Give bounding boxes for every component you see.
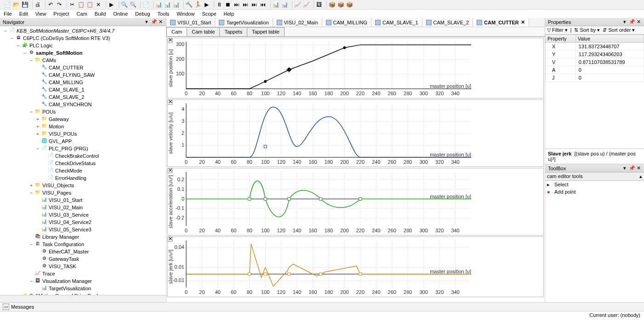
nav-minimize-icon[interactable]: ▾ <box>144 19 149 25</box>
menu-bar[interactable]: FileEditViewProjectCamBuildOnlineDebugTo… <box>0 10 644 18</box>
tree-item[interactable]: −📄PLC_PRG (PRG) <box>1 145 165 152</box>
menu-window[interactable]: Window <box>173 10 198 17</box>
props-minimize-icon[interactable]: ▾ <box>622 19 627 25</box>
tree-item[interactable]: −🧩PLC Logic <box>1 42 165 49</box>
tree-item[interactable]: 🔧CAM_SLAVE_1 <box>1 86 165 93</box>
tree-item[interactable]: −📁VISU_Pages <box>1 189 165 196</box>
doc-tab[interactable]: TargetVisualization <box>215 18 273 27</box>
props-row[interactable]: A0 <box>546 66 644 74</box>
tb-close-icon[interactable]: ✕ <box>636 165 641 171</box>
toolbox-item[interactable]: ●Add point <box>545 188 644 196</box>
tree-item[interactable]: 🔧CAM_FLYING_SAW <box>1 71 165 79</box>
tree-item[interactable]: 📊VISU_01_Start <box>1 196 165 204</box>
tree-item[interactable]: 🔧CAM_SLAVE_2 <box>1 93 165 101</box>
menu-online[interactable]: Online <box>109 10 131 17</box>
chart-2[interactable]: 0204060801001201401601802002202402602803… <box>167 168 544 236</box>
sortby-button[interactable]: ⇅ Sort by ▾ <box>574 27 600 33</box>
doc-tab[interactable]: VISU_02_Main <box>273 18 322 27</box>
tree-item[interactable]: 📚Library Manager <box>1 233 165 241</box>
chart-3[interactable]: 0204060801001201401601802002202402602803… <box>167 236 544 297</box>
tree-item[interactable]: −🖥C6PLC (CoDeSys SoftMotion RTE V3) <box>1 34 165 42</box>
nav-pin-icon[interactable]: 📌 <box>151 19 156 25</box>
props-row[interactable]: X131.83723448707 <box>546 43 644 51</box>
tree-item[interactable]: −📁POUs <box>1 108 165 115</box>
sub-tab[interactable]: Tappet table <box>247 27 285 36</box>
tree-item[interactable]: −📁CAMs <box>1 57 165 64</box>
document-tabs[interactable]: VISU_01_StartTargetVisualizationVISU_02_… <box>166 18 545 27</box>
doc-tab[interactable]: CAM_SLAVE_1 <box>371 18 422 27</box>
menu-scope[interactable]: Scope <box>198 10 220 17</box>
tree-item[interactable]: ⚙GatewayTask <box>1 255 165 263</box>
tree-item[interactable]: 📊VISU_02_Main <box>1 204 165 211</box>
nav-scrollbar[interactable] <box>0 295 166 302</box>
toolbox-item[interactable]: ▸Select <box>545 181 644 188</box>
tree-item[interactable]: +📁VISU_Objects <box>1 182 165 189</box>
tree-item[interactable]: 📊VISU_05_Service3 <box>1 226 165 233</box>
tree-item[interactable]: 🔧CAM_CUTTER <box>1 64 165 71</box>
svg-text:300: 300 <box>419 159 427 165</box>
tree-item[interactable]: ⚙VISU_TASK <box>1 263 165 270</box>
tree-item[interactable]: −🗓Task Configuration <box>1 241 165 248</box>
tree-item[interactable]: 🔧CAM_SYNCHRON <box>1 101 165 108</box>
menu-edit[interactable]: Edit <box>16 10 32 17</box>
nav-close-icon[interactable]: ✕ <box>158 19 163 25</box>
menu-debug[interactable]: Debug <box>131 10 154 17</box>
tab-icon <box>326 20 331 25</box>
tree-item[interactable]: 🔧CAM_MILLING <box>1 79 165 86</box>
tree-item[interactable]: 📄CheckBrakeControl <box>1 152 165 160</box>
tree-item[interactable]: 📈Trace <box>1 270 165 277</box>
sortorder-button[interactable]: ⇵ Sort order ▾ <box>603 27 635 33</box>
tree-item[interactable]: 📄ErrorHandling <box>1 174 165 182</box>
props-col[interactable]: Property <box>546 35 576 43</box>
doc-tab[interactable]: CAM_CUTTER✕ <box>473 18 529 27</box>
menu-tools[interactable]: Tools <box>154 10 173 17</box>
chart-1[interactable]: 0204060801001201401601802002202402602803… <box>167 99 544 167</box>
props-close-icon[interactable]: ✕ <box>636 19 641 25</box>
props-row[interactable]: Y117.293243406203 <box>546 51 644 58</box>
properties-table[interactable]: PropertyValueX131.83723448707Y117.293243… <box>545 34 644 149</box>
toolbox-category[interactable]: cam editor tools▴ <box>545 172 644 181</box>
tree-item[interactable]: 📊VISU_04_Service2 <box>1 218 165 226</box>
doc-tab[interactable]: CAM_SLAVE_2 <box>422 18 473 27</box>
doc-tab[interactable]: VISU_01_Start <box>166 18 215 27</box>
tree-item[interactable]: ⚙EtherCAT_Master <box>1 248 165 255</box>
svg-text:340: 340 <box>451 159 459 165</box>
sub-tab[interactable]: Cam table <box>187 27 220 36</box>
menu-project[interactable]: Project <box>50 10 73 17</box>
tree-item[interactable]: +📁VISU_POUs <box>1 130 165 138</box>
sub-tab[interactable]: Cam <box>166 27 187 36</box>
main-toolbar[interactable]: 📄📂💾 🖨 ↶↷ ✂📋📋✕ ▶ 🔍🔍 📄 📊📊📊 🔨🏃▶ ⏸⏹⏭⏭⏭⏮ 📊📊 📈… <box>0 0 644 10</box>
menu-file[interactable]: File <box>0 10 16 17</box>
tb-pin-icon[interactable]: 📌 <box>629 165 634 171</box>
chart-0[interactable]: 0204060801001201401601802002202402602803… <box>167 38 544 98</box>
tree-item[interactable]: −🖼Visualization Manager <box>1 277 165 285</box>
menu-cam[interactable]: Cam <box>73 10 91 17</box>
tree-item[interactable]: 📊TargetVisualization <box>1 285 165 292</box>
project-tree[interactable]: −📄KEB_SoftMotionMaster_C6IPC+H6_3/4/4,7−… <box>0 26 166 295</box>
tree-item[interactable]: +📁Motion <box>1 123 165 130</box>
tree-item[interactable]: 📄CheckDriveStatus <box>1 160 165 167</box>
props-row[interactable]: J0 <box>546 74 644 82</box>
close-icon[interactable]: ✕ <box>521 19 525 25</box>
tree-item[interactable]: 📊VISU_03_Service <box>1 211 165 218</box>
tree-item[interactable]: 🌐GVL_APP <box>1 138 165 145</box>
properties-toolbar[interactable]: ▽ Filter ▾ | ⇅ Sort by ▾ ⇵ Sort order ▾ <box>545 26 644 34</box>
tree-item[interactable]: 📄CheckMode <box>1 167 165 174</box>
tree-item[interactable]: −📄KEB_SoftMotionMaster_C6IPC+H6_3/4/4,7 <box>1 27 165 34</box>
props-col[interactable]: Value <box>576 35 644 43</box>
cam-sub-tabs[interactable]: CamCam tableTappetsTappet table <box>166 27 545 37</box>
toolbox-items[interactable]: ▸Select●Add point <box>545 181 644 302</box>
tree-item[interactable]: −⚙sample_SoftMotion <box>1 49 165 57</box>
messages-bar[interactable]: ▭ Messages <box>0 302 644 311</box>
props-row[interactable]: V0.871107038531789 <box>546 58 644 66</box>
filter-button[interactable]: ▽ Filter ▾ <box>547 27 568 33</box>
tree-item[interactable]: +📁Gateway <box>1 115 165 123</box>
doc-tab[interactable]: CAM_MILLING <box>322 18 372 27</box>
cam-charts[interactable]: 0204060801001201401601802002202402602803… <box>166 37 545 302</box>
menu-view[interactable]: View <box>32 10 50 17</box>
sub-tab[interactable]: Tappets <box>219 27 247 36</box>
tb-minimize-icon[interactable]: ▾ <box>622 165 627 171</box>
menu-build[interactable]: Build <box>91 10 109 17</box>
menu-help[interactable]: Help <box>220 10 238 17</box>
props-pin-icon[interactable]: 📌 <box>629 19 634 25</box>
